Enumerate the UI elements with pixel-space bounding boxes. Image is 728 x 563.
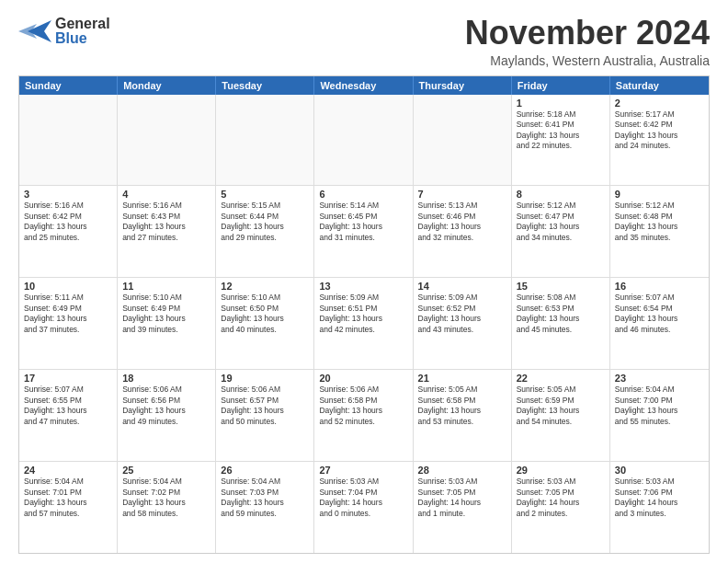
table-row: 17Sunrise: 5:07 AM Sunset: 6:55 PM Dayli…	[19, 370, 118, 461]
day-number: 24	[24, 465, 112, 476]
table-row: 29Sunrise: 5:03 AM Sunset: 7:05 PM Dayli…	[512, 462, 610, 553]
table-row: 10Sunrise: 5:11 AM Sunset: 6:49 PM Dayli…	[19, 278, 118, 369]
table-row: 1Sunrise: 5:18 AM Sunset: 6:41 PM Daylig…	[512, 95, 610, 186]
day-number: 4	[122, 189, 210, 200]
day-info: Sunrise: 5:08 AM Sunset: 6:53 PM Dayligh…	[517, 293, 605, 335]
table-row: 8Sunrise: 5:12 AM Sunset: 6:47 PM Daylig…	[512, 186, 610, 277]
day-number: 29	[517, 465, 605, 476]
table-row: 2Sunrise: 5:17 AM Sunset: 6:42 PM Daylig…	[610, 95, 709, 186]
table-row: 22Sunrise: 5:05 AM Sunset: 6:59 PM Dayli…	[512, 370, 610, 461]
month-title: November 2024	[465, 15, 710, 52]
day-number: 8	[517, 189, 605, 200]
table-row: 20Sunrise: 5:06 AM Sunset: 6:58 PM Dayli…	[314, 370, 413, 461]
day-info: Sunrise: 5:06 AM Sunset: 6:57 PM Dayligh…	[221, 385, 309, 427]
header-friday: Friday	[512, 76, 610, 95]
day-info: Sunrise: 5:03 AM Sunset: 7:05 PM Dayligh…	[418, 477, 506, 519]
day-info: Sunrise: 5:12 AM Sunset: 6:47 PM Dayligh…	[517, 201, 605, 243]
day-number: 21	[418, 373, 506, 384]
day-info: Sunrise: 5:04 AM Sunset: 7:00 PM Dayligh…	[615, 385, 704, 427]
day-info: Sunrise: 5:16 AM Sunset: 6:42 PM Dayligh…	[24, 201, 112, 243]
table-row: 25Sunrise: 5:04 AM Sunset: 7:02 PM Dayli…	[118, 462, 216, 553]
table-row: 14Sunrise: 5:09 AM Sunset: 6:52 PM Dayli…	[414, 278, 512, 369]
week-row-3: 17Sunrise: 5:07 AM Sunset: 6:55 PM Dayli…	[19, 370, 709, 462]
day-number: 2	[615, 98, 704, 109]
day-number: 26	[221, 465, 309, 476]
table-row: 27Sunrise: 5:03 AM Sunset: 7:04 PM Dayli…	[314, 462, 413, 553]
day-number: 5	[221, 189, 309, 200]
logo-general-text: General	[55, 17, 110, 31]
day-number: 27	[319, 465, 407, 476]
header-saturday: Saturday	[610, 76, 709, 95]
table-row: 5Sunrise: 5:15 AM Sunset: 6:44 PM Daylig…	[216, 186, 314, 277]
table-row: 4Sunrise: 5:16 AM Sunset: 6:43 PM Daylig…	[118, 186, 216, 277]
day-info: Sunrise: 5:09 AM Sunset: 6:51 PM Dayligh…	[319, 293, 407, 335]
table-row: 9Sunrise: 5:12 AM Sunset: 6:48 PM Daylig…	[610, 186, 709, 277]
logo-icon	[18, 15, 51, 48]
day-info: Sunrise: 5:17 AM Sunset: 6:42 PM Dayligh…	[615, 109, 704, 152]
table-row: 28Sunrise: 5:03 AM Sunset: 7:05 PM Dayli…	[414, 462, 512, 553]
calendar-header: Sunday Monday Tuesday Wednesday Thursday…	[19, 76, 709, 95]
table-row: 19Sunrise: 5:06 AM Sunset: 6:57 PM Dayli…	[216, 370, 314, 461]
day-number: 6	[319, 189, 407, 200]
week-row-4: 24Sunrise: 5:04 AM Sunset: 7:01 PM Dayli…	[19, 462, 709, 553]
day-info: Sunrise: 5:18 AM Sunset: 6:41 PM Dayligh…	[517, 109, 605, 152]
table-row: 7Sunrise: 5:13 AM Sunset: 6:46 PM Daylig…	[414, 186, 512, 277]
table-row	[118, 95, 216, 186]
table-row: 12Sunrise: 5:10 AM Sunset: 6:50 PM Dayli…	[216, 278, 314, 369]
table-row: 23Sunrise: 5:04 AM Sunset: 7:00 PM Dayli…	[610, 370, 709, 461]
table-row: 6Sunrise: 5:14 AM Sunset: 6:45 PM Daylig…	[314, 186, 413, 277]
logo-blue-text: Blue	[55, 31, 110, 46]
day-number: 13	[319, 281, 407, 292]
day-info: Sunrise: 5:14 AM Sunset: 6:45 PM Dayligh…	[319, 201, 407, 243]
day-number: 9	[615, 189, 704, 200]
table-row	[314, 95, 413, 186]
calendar-body: 1Sunrise: 5:18 AM Sunset: 6:41 PM Daylig…	[19, 95, 709, 553]
day-info: Sunrise: 5:11 AM Sunset: 6:49 PM Dayligh…	[24, 293, 112, 335]
day-number: 20	[319, 373, 407, 384]
day-info: Sunrise: 5:06 AM Sunset: 6:56 PM Dayligh…	[122, 385, 210, 427]
day-number: 1	[517, 98, 605, 109]
day-number: 19	[221, 373, 309, 384]
day-info: Sunrise: 5:10 AM Sunset: 6:50 PM Dayligh…	[221, 293, 309, 335]
day-number: 16	[615, 281, 704, 292]
table-row: 3Sunrise: 5:16 AM Sunset: 6:42 PM Daylig…	[19, 186, 118, 277]
logo: General Blue	[18, 15, 110, 48]
day-info: Sunrise: 5:13 AM Sunset: 6:46 PM Dayligh…	[418, 201, 506, 243]
table-row	[19, 95, 118, 186]
page: General Blue November 2024 Maylands, Wes…	[0, 0, 728, 563]
day-number: 14	[418, 281, 506, 292]
day-info: Sunrise: 5:05 AM Sunset: 6:58 PM Dayligh…	[418, 385, 506, 427]
day-info: Sunrise: 5:04 AM Sunset: 7:02 PM Dayligh…	[122, 477, 210, 519]
day-number: 7	[418, 189, 506, 200]
day-info: Sunrise: 5:16 AM Sunset: 6:43 PM Dayligh…	[122, 201, 210, 243]
header-monday: Monday	[118, 76, 216, 95]
table-row	[414, 95, 512, 186]
logo-name: General Blue	[55, 17, 110, 46]
table-row: 21Sunrise: 5:05 AM Sunset: 6:58 PM Dayli…	[414, 370, 512, 461]
day-number: 18	[122, 373, 210, 384]
day-number: 10	[24, 281, 112, 292]
week-row-1: 3Sunrise: 5:16 AM Sunset: 6:42 PM Daylig…	[19, 186, 709, 278]
calendar: Sunday Monday Tuesday Wednesday Thursday…	[18, 75, 710, 554]
day-number: 15	[517, 281, 605, 292]
location-text: Maylands, Western Australia, Australia	[465, 53, 710, 68]
day-info: Sunrise: 5:03 AM Sunset: 7:05 PM Dayligh…	[517, 477, 605, 519]
header-wednesday: Wednesday	[314, 76, 413, 95]
day-info: Sunrise: 5:04 AM Sunset: 7:01 PM Dayligh…	[24, 477, 112, 519]
day-number: 25	[122, 465, 210, 476]
day-info: Sunrise: 5:12 AM Sunset: 6:48 PM Dayligh…	[615, 201, 704, 243]
table-row: 24Sunrise: 5:04 AM Sunset: 7:01 PM Dayli…	[19, 462, 118, 553]
day-info: Sunrise: 5:06 AM Sunset: 6:58 PM Dayligh…	[319, 385, 407, 427]
table-row: 30Sunrise: 5:03 AM Sunset: 7:06 PM Dayli…	[610, 462, 709, 553]
header-sunday: Sunday	[19, 76, 118, 95]
day-info: Sunrise: 5:03 AM Sunset: 7:06 PM Dayligh…	[615, 477, 704, 519]
header-tuesday: Tuesday	[216, 76, 314, 95]
title-block: November 2024 Maylands, Western Australi…	[465, 15, 710, 68]
day-info: Sunrise: 5:07 AM Sunset: 6:55 PM Dayligh…	[24, 385, 112, 427]
day-info: Sunrise: 5:09 AM Sunset: 6:52 PM Dayligh…	[418, 293, 506, 335]
day-number: 17	[24, 373, 112, 384]
table-row: 18Sunrise: 5:06 AM Sunset: 6:56 PM Dayli…	[118, 370, 216, 461]
table-row: 15Sunrise: 5:08 AM Sunset: 6:53 PM Dayli…	[512, 278, 610, 369]
day-info: Sunrise: 5:03 AM Sunset: 7:04 PM Dayligh…	[319, 477, 407, 519]
day-info: Sunrise: 5:05 AM Sunset: 6:59 PM Dayligh…	[517, 385, 605, 427]
